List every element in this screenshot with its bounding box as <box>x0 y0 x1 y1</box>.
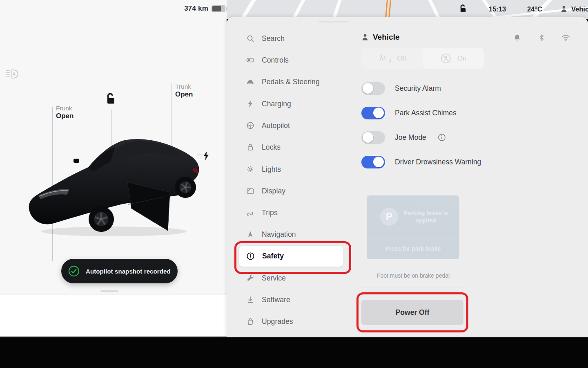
search-icon <box>246 34 254 43</box>
sidebar-label: Charging <box>262 100 291 108</box>
battery-fill <box>212 6 221 11</box>
park-letter: P <box>386 211 392 222</box>
sidebar-label: Trips <box>262 209 278 217</box>
brightness-icon <box>246 165 254 173</box>
auto-headlight-icon: A <box>5 69 19 79</box>
sidebar-label: Navigation <box>262 230 296 239</box>
driver-drowsiness-toggle[interactable] <box>361 156 385 168</box>
car-render <box>26 135 206 238</box>
faded-segmented-control: 2 Off On <box>361 48 484 69</box>
security-alarm-row: Security Alarm <box>361 82 441 95</box>
pedestrians-icon <box>378 53 388 64</box>
vehicle-visualization-panel: 374 km A Frunk Open Trunk Open <box>0 0 227 337</box>
sidebar-item-safety[interactable]: Safety <box>239 246 343 267</box>
toggle-knob <box>373 157 384 167</box>
joe-mode-row: Joe Mode <box>361 131 446 144</box>
segment-off-label: Off <box>397 54 406 63</box>
success-check-icon <box>68 265 80 277</box>
panel-drag-handle[interactable] <box>318 21 348 22</box>
sidebar-item-charging[interactable]: Charging <box>235 96 346 112</box>
frunk-title: Frunk <box>56 104 74 112</box>
trunk-status-label[interactable]: Trunk Open <box>175 83 193 99</box>
sidebar-item-upgrades[interactable]: Upgrades <box>235 313 346 330</box>
segment-option-on[interactable]: On <box>423 48 484 69</box>
toggle-knob <box>363 132 373 143</box>
sidebar-item-locks[interactable]: Locks <box>235 139 346 155</box>
frunk-status-label[interactable]: Frunk Open <box>56 104 74 120</box>
segment-on-label: On <box>457 54 467 63</box>
park-p-icon: P <box>380 208 398 226</box>
vehicle-profile-icon <box>361 33 369 41</box>
toggle-knob <box>373 108 384 118</box>
panel-title: Vehicle <box>373 33 400 42</box>
info-icon[interactable] <box>438 133 446 141</box>
toggle-label: Driver Drowsiness Warning <box>395 158 481 166</box>
profile-icon[interactable] <box>560 5 568 13</box>
sidebar-item-autopilot[interactable]: Autopilot <box>235 117 346 134</box>
divider <box>361 287 465 287</box>
lightning-icon <box>246 100 254 108</box>
steering-wheel-icon <box>246 121 254 130</box>
security-alarm-toggle[interactable] <box>361 82 385 95</box>
sidebar-label: Upgrades <box>262 317 293 326</box>
sidebar-label: Software <box>262 296 290 304</box>
segment-option-off[interactable]: 2 Off <box>361 48 423 69</box>
driver-drowsiness-row: Driver Drowsiness Warning <box>361 155 481 168</box>
outside-temperature[interactable]: 24°C <box>527 5 542 13</box>
toggle-label: Joe Mode <box>395 133 426 142</box>
toggle-knob <box>363 83 373 94</box>
park-assist-chimes-toggle[interactable] <box>361 107 385 119</box>
sidebar-item-lights[interactable]: Lights <box>235 161 346 177</box>
charging-bolt-icon <box>203 151 209 161</box>
sidebar-item-service[interactable]: Service <box>235 270 346 286</box>
trunk-title: Trunk <box>175 83 193 90</box>
power-off-button[interactable]: Power Off <box>361 300 463 325</box>
sidebar-item-navigation[interactable]: Navigation <box>235 226 346 242</box>
battery-icon <box>212 5 225 12</box>
sidebar-item-trips[interactable]: Trips <box>235 204 346 221</box>
sidebar-label: Autopilot <box>262 121 290 130</box>
sidebar-label: Search <box>262 34 285 43</box>
shopping-bag-icon <box>246 317 254 325</box>
brake-footnote: Foot must be on brake pedal <box>359 272 467 279</box>
alert-circle-icon <box>246 252 255 260</box>
launcher-bar: 22 .0 <box>0 337 588 368</box>
no-person-icon <box>440 53 452 64</box>
lock-icon <box>246 143 254 151</box>
profile-name[interactable]: Vehicle <box>571 5 588 13</box>
pedestrian-count: 2 <box>389 58 391 63</box>
notifications-bell-icon[interactable] <box>513 34 521 42</box>
joe-mode-toggle[interactable] <box>361 131 385 144</box>
sidebar-item-controls[interactable]: Controls <box>235 52 346 68</box>
media-sheet-handle[interactable] <box>100 290 118 292</box>
sidebar-item-pedals-steering[interactable]: Pedals & Steering <box>235 74 346 90</box>
sidebar-label: Display <box>262 187 285 195</box>
toast-message: Autopilot snapshot recorded <box>86 268 171 275</box>
sidebar-item-display[interactable]: Display <box>235 183 346 199</box>
park-assist-chimes-row: Park Assist Chimes <box>361 106 457 119</box>
sidebar-item-software[interactable]: Software <box>235 292 346 308</box>
trunk-state: Open <box>175 90 193 99</box>
battery-range: 374 km <box>175 4 208 13</box>
display-icon <box>246 187 254 195</box>
sidebar-label: Safety <box>262 252 284 260</box>
car-icon <box>246 78 254 86</box>
svg-text:A: A <box>12 72 15 76</box>
sidebar-label: Service <box>262 274 286 283</box>
toggle-label: Park Assist Chimes <box>395 109 457 117</box>
media-player: 100% NL DAB <box>0 295 227 336</box>
bluetooth-icon[interactable] <box>538 34 545 41</box>
sidebar-item-search[interactable]: Search <box>235 30 346 47</box>
frunk-state: Open <box>56 112 74 120</box>
parking-brake-status: P Parking brake is applied <box>367 195 459 238</box>
wrench-icon <box>246 274 254 282</box>
charge-pointer-line <box>197 155 203 155</box>
status-bar: 15:13 24°C Vehicle sos <box>227 0 588 18</box>
wifi-icon[interactable] <box>561 34 570 41</box>
parking-brake-card[interactable]: P Parking brake is applied Press for par… <box>367 195 459 259</box>
route-icon <box>246 209 254 217</box>
sidebar-label: Controls <box>262 56 289 65</box>
unlocked-status-icon[interactable] <box>459 4 467 13</box>
clock: 15:13 <box>489 5 506 13</box>
press-for-park-brake-button[interactable]: Press for park brake <box>367 238 459 259</box>
